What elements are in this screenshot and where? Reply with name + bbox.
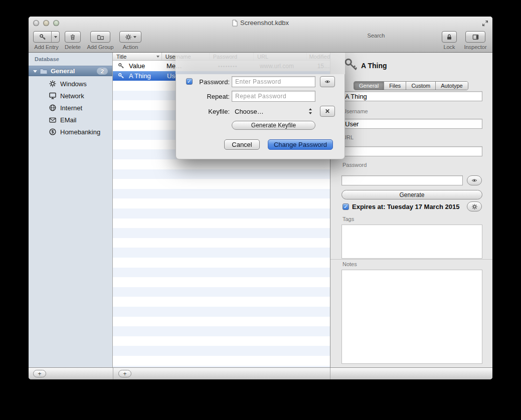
entry-title: Value: [129, 62, 145, 70]
sidebar-item-label: Homebanking: [60, 128, 100, 136]
username-label: Username: [342, 108, 368, 114]
sidebar-item-label: Windows: [60, 80, 87, 88]
windows-gear-icon: [49, 80, 57, 88]
sidebar-item-label: Network: [60, 92, 84, 100]
key-icon: [34, 34, 51, 41]
entry-title: A Thing: [129, 72, 151, 80]
sidebar: Database General 2 Windows Network Inter…: [29, 53, 113, 367]
check-icon: ✓: [187, 79, 191, 84]
gear-icon: [125, 34, 132, 41]
chevron-down-icon: [133, 36, 136, 40]
lock-label: Lock: [441, 44, 458, 50]
cancel-button[interactable]: Cancel: [224, 139, 260, 150]
expires-row: ✓ Expires at: Tuesday 17 March 2015: [342, 203, 459, 211]
sidebar-item-internet[interactable]: Internet: [29, 102, 112, 114]
add-entry-label: Add Entry: [33, 44, 60, 50]
sidebar-section-header: Database: [35, 56, 59, 62]
folder-icon: [40, 68, 48, 75]
add-group-label: Add Group: [85, 44, 115, 50]
screen-background: Screenshot.kdbx Add Entry: [0, 0, 521, 420]
app-window: Screenshot.kdbx Add Entry: [29, 17, 492, 379]
inspector-button[interactable]: [465, 31, 485, 43]
title-field[interactable]: [341, 91, 482, 101]
column-header-title[interactable]: Title: [113, 53, 162, 60]
check-icon: ✓: [343, 204, 348, 209]
tab-custom[interactable]: Custom: [406, 82, 436, 90]
inspector-label: Inspector: [463, 44, 488, 50]
expires-checkbox[interactable]: ✓: [342, 203, 349, 210]
add-entry-plus-button[interactable]: +: [118, 370, 131, 377]
add-group-plus-button[interactable]: +: [33, 370, 46, 377]
folder-plus-icon: [97, 34, 104, 41]
repeat-label: Repeat:: [194, 93, 230, 100]
envelope-icon: [49, 116, 57, 124]
entry-count-badge: 2: [97, 68, 108, 75]
add-entry-dropdown[interactable]: [52, 34, 59, 40]
notes-textarea[interactable]: [341, 270, 482, 364]
gear-icon: [471, 203, 478, 210]
clear-keyfile-button[interactable]: ✕: [320, 106, 335, 117]
inspector-tabs: General Files Custom Autotype: [354, 81, 468, 90]
sort-arrow-icon: [156, 56, 159, 59]
key-icon: [118, 73, 124, 79]
sidebar-item-windows[interactable]: Windows: [29, 78, 112, 90]
delete-label: Delete: [64, 44, 82, 50]
sidebar-item-network[interactable]: Network: [29, 90, 112, 102]
sidebar-item-label: Internet: [60, 104, 82, 112]
window-chrome: Screenshot.kdbx Add Entry: [29, 17, 492, 53]
inspector-panel: A Thing General Files Custom Autotype Us…: [330, 53, 492, 367]
globe-icon: [49, 104, 57, 112]
sidebar-group-general[interactable]: General 2: [29, 66, 112, 76]
generate-password-button[interactable]: Generate: [341, 190, 482, 199]
toolbar: Add Entry Delete Add Group: [29, 30, 492, 53]
entry-key-icon: [343, 56, 359, 74]
lock-button[interactable]: [442, 31, 457, 43]
inspector-entry-title: A Thing: [361, 62, 387, 70]
trash-icon: [69, 34, 76, 41]
disclosure-triangle-icon[interactable]: [33, 70, 37, 75]
password-checkbox[interactable]: ✓: [186, 78, 193, 85]
expires-options-button[interactable]: [467, 201, 482, 212]
username-field[interactable]: [341, 119, 482, 129]
expires-text: Expires at: Tuesday 17 March 2015: [352, 203, 459, 211]
window-title: Screenshot.kdbx: [29, 19, 492, 27]
sidebar-item-label: EMail: [60, 116, 77, 124]
delete-button[interactable]: [65, 31, 81, 43]
url-field[interactable]: [341, 146, 482, 156]
document-icon: [232, 20, 238, 27]
eye-icon: [324, 79, 331, 85]
reveal-password-button[interactable]: [467, 175, 482, 185]
keyfile-popup[interactable]: Choose…: [232, 106, 315, 117]
reveal-password-button[interactable]: [320, 76, 335, 87]
add-entry-button[interactable]: [33, 31, 60, 43]
sheet-translucent-top: [176, 52, 345, 74]
tags-textarea[interactable]: [341, 225, 482, 259]
stepper-icon: [308, 108, 312, 115]
sidebar-item-email[interactable]: EMail: [29, 114, 112, 126]
action-button[interactable]: [119, 31, 141, 43]
action-label: Action: [119, 44, 142, 50]
add-group-button[interactable]: [90, 31, 110, 43]
banking-icon: [49, 128, 57, 136]
bottom-bar: + +: [29, 367, 492, 379]
repeat-input[interactable]: [232, 91, 315, 102]
notes-label: Notes: [342, 261, 357, 267]
sheet-body: ✓ Password: Repeat: Keyfile: Choose… ✕ G…: [176, 74, 345, 159]
titlebar[interactable]: Screenshot.kdbx: [29, 17, 492, 30]
change-password-button[interactable]: Change Password: [268, 139, 333, 150]
tab-general[interactable]: General: [354, 82, 384, 90]
chevron-down-icon: [54, 36, 57, 40]
sidebar-item-homebanking[interactable]: Homebanking: [29, 126, 112, 138]
sidebar-group-label: General: [51, 67, 75, 75]
eye-icon: [471, 177, 478, 183]
tab-files[interactable]: Files: [384, 82, 406, 90]
generate-keyfile-button[interactable]: Generate Keyfile: [232, 121, 315, 130]
lock-icon: [446, 34, 453, 41]
tags-label: Tags: [342, 216, 354, 222]
close-icon: ✕: [325, 108, 330, 115]
divider: [330, 368, 330, 379]
password-input[interactable]: [232, 76, 315, 87]
password-field[interactable]: [341, 175, 463, 185]
fullscreen-icon[interactable]: [482, 20, 488, 27]
tab-autotype[interactable]: Autotype: [436, 82, 467, 90]
